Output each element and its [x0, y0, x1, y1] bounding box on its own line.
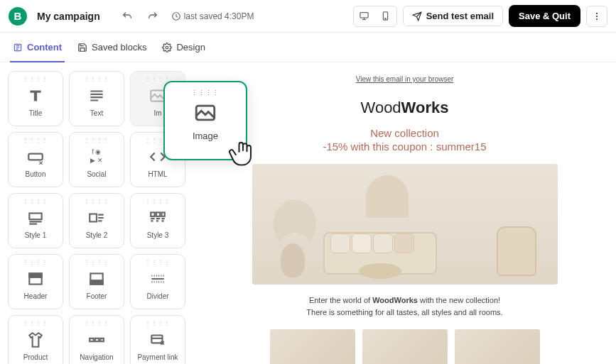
block-label: Style 1 [25, 231, 47, 239]
body-line2: There is something for all tastes, all s… [306, 308, 502, 316]
drag-handle-icon: ⋮⋮⋮⋮ [23, 320, 48, 326]
gear-icon [162, 43, 172, 53]
block-label: Style 2 [86, 231, 108, 239]
svg-rect-19 [90, 280, 102, 284]
block-label: Style 3 [147, 231, 169, 239]
block-title[interactable]: ⋮⋮⋮⋮ Title [8, 71, 63, 126]
send-test-email-button[interactable]: Send test email [403, 6, 503, 26]
cursor-hand-icon [227, 138, 259, 169]
block-navigation[interactable]: ⋮⋮⋮⋮ Navigation [69, 315, 124, 364]
svg-point-8 [166, 46, 169, 49]
email-preview: View this email in your browser WoodWork… [193, 62, 616, 364]
undo-icon [121, 11, 133, 22]
more-vertical-icon [592, 11, 602, 21]
brand-bold: Works [401, 99, 449, 116]
block-footer[interactable]: ⋮⋮⋮⋮ Footer [69, 254, 124, 309]
view-in-browser-link[interactable]: View this email in your browser [356, 75, 454, 83]
drag-handle-icon: ⋮⋮⋮⋮ [23, 137, 48, 143]
svg-rect-14 [156, 212, 160, 216]
block-label: Divider [146, 292, 168, 300]
style2-icon [87, 209, 106, 227]
image-icon [193, 101, 217, 125]
block-style3[interactable]: ⋮⋮⋮⋮ Style 3 [130, 193, 185, 248]
tab-design-label: Design [176, 42, 205, 53]
drag-handle-icon: ⋮⋮⋮⋮ [145, 76, 171, 82]
tab-saved-blocks[interactable]: Saved blocks [77, 33, 146, 62]
style1-icon [26, 209, 45, 227]
brand-light: Wood [361, 99, 401, 116]
footer-icon [87, 270, 106, 288]
style3-icon [148, 209, 167, 227]
device-preview-group [353, 6, 397, 27]
body-bold: WoodWorks [372, 296, 418, 304]
title-icon [26, 87, 45, 105]
last-saved: last saved 4:30PM [171, 11, 254, 21]
block-label: Social [87, 170, 106, 178]
block-text[interactable]: ⋮⋮⋮⋮ Text [69, 71, 124, 126]
send-icon [412, 11, 422, 21]
svg-rect-20 [90, 338, 93, 341]
drag-handle-icon: ⋮⋮⋮⋮ [23, 76, 48, 82]
block-style2[interactable]: ⋮⋮⋮⋮ Style 2 [69, 193, 124, 248]
tab-saved-blocks-label: Saved blocks [92, 42, 146, 53]
block-label: Im [153, 109, 161, 117]
mobile-icon [380, 11, 391, 21]
svg-rect-21 [95, 338, 99, 341]
block-button[interactable]: ⋮⋮⋮⋮ Button [8, 132, 63, 187]
divider-icon [148, 270, 167, 288]
brand-logo: B [9, 7, 27, 26]
block-product[interactable]: ⋮⋮⋮⋮ Product [8, 315, 63, 364]
redo-icon [147, 11, 158, 22]
desktop-preview-button[interactable] [354, 6, 375, 26]
undo-button[interactable] [117, 6, 137, 26]
svg-rect-15 [161, 212, 164, 216]
send-test-label: Send test email [426, 11, 494, 21]
block-label: Button [26, 170, 46, 178]
drag-handle-icon: ⋮⋮⋮⋮ [84, 198, 109, 204]
drag-handle-icon: ⋮⋮⋮⋮ [23, 198, 48, 204]
drag-handle-icon: ⋮⋮⋮⋮ [84, 320, 109, 326]
svg-rect-11 [29, 213, 41, 219]
block-payment-link[interactable]: ⋮⋮⋮⋮ Payment link [130, 315, 185, 364]
svg-point-3 [385, 18, 386, 19]
tab-design[interactable]: Design [162, 33, 205, 62]
hero-image [252, 164, 558, 285]
block-label: Text [90, 109, 103, 117]
block-style1[interactable]: ⋮⋮⋮⋮ Style 1 [8, 193, 63, 248]
redo-button[interactable] [143, 6, 163, 26]
svg-point-5 [596, 16, 598, 17]
drag-handle-icon: ⋮⋮⋮⋮ [145, 320, 171, 326]
block-social[interactable]: ⋮⋮⋮⋮ f ◉▶ ✕ Social [69, 132, 124, 187]
save-quit-button[interactable]: Save & Quit [509, 5, 580, 27]
dragging-block-label: Image [193, 131, 218, 141]
thumbnail-row [252, 329, 558, 364]
main-area: ⋮⋮⋮⋮ Title ⋮⋮⋮⋮ Text ⋮⋮⋮⋮ Im ⋮⋮⋮⋮ Button [0, 62, 616, 364]
block-label: Navigation [80, 353, 113, 361]
drag-handle-icon: ⋮⋮⋮⋮ [145, 259, 171, 265]
block-label: Product [23, 353, 48, 361]
block-divider[interactable]: ⋮⋮⋮⋮ Divider [130, 254, 185, 309]
editor-tabs: Content Saved blocks Design [0, 33, 616, 62]
thumbnail-image [362, 329, 448, 364]
drag-handle-icon: ⋮⋮⋮⋮ [84, 76, 109, 82]
block-label: Footer [87, 292, 107, 300]
svg-rect-10 [28, 153, 43, 160]
thumbnail-image [455, 329, 540, 364]
block-header[interactable]: ⋮⋮⋮⋮ Header [8, 254, 63, 309]
drag-handle-icon: ⋮⋮⋮⋮ [145, 198, 171, 204]
promo-coupon: -15% with this coupon : summer15 [252, 140, 558, 153]
tab-content[interactable]: Content [13, 33, 62, 62]
save-icon [77, 43, 87, 53]
button-icon [26, 148, 45, 166]
more-menu-button[interactable] [586, 6, 607, 27]
social-icon: f ◉▶ ✕ [86, 148, 107, 166]
drag-handle-icon: ⋮⋮⋮⋮ [84, 259, 109, 265]
block-label: HTML [148, 170, 167, 178]
desktop-icon [359, 11, 369, 21]
svg-rect-22 [100, 338, 103, 341]
svg-point-6 [596, 18, 598, 20]
mobile-preview-button[interactable] [375, 6, 396, 26]
body-post: with the new collection! [418, 296, 500, 304]
navigation-icon [87, 331, 106, 349]
svg-rect-12 [90, 214, 97, 221]
